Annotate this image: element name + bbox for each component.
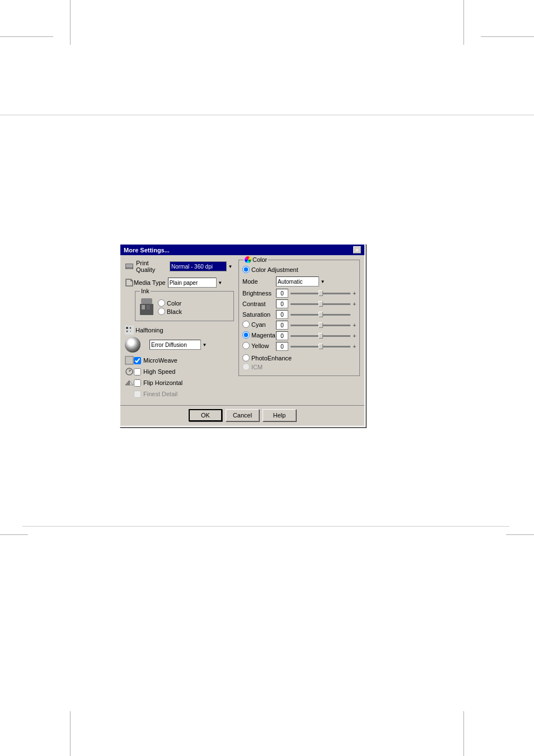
saturation-label: Saturation [242, 311, 276, 318]
yellow-radio[interactable] [242, 342, 250, 349]
svg-rect-1 [126, 264, 133, 267]
close-button[interactable]: × [353, 246, 361, 253]
halftoning-select[interactable]: Error Diffusion Fine Dithering Coarse Di… [149, 340, 208, 350]
contrast-row: Contrast 0 + [242, 299, 356, 308]
svg-point-11 [127, 331, 128, 332]
microweave-row: MicroWeave [125, 356, 234, 365]
flip-horizontal-icon [125, 378, 134, 387]
crop-mark-top-left-vertical [70, 0, 71, 45]
contrast-track [291, 303, 350, 305]
magenta-row: Magenta 0 + [242, 331, 356, 340]
print-quality-select[interactable]: Normal - 360 dpi Draft - 180 dpi Fine - … [170, 261, 234, 271]
color-adjustment-radio[interactable] [242, 266, 250, 273]
crop-mark-bottom-left-vertical [70, 711, 71, 756]
contrast-label: Contrast [242, 300, 276, 307]
crop-mark-top-left-horizontal [0, 36, 53, 37]
svg-rect-6 [142, 305, 145, 309]
brightness-thumb[interactable] [318, 290, 323, 296]
yellow-label: Yellow [251, 342, 269, 349]
brightness-row: Brightness 0 + [242, 289, 356, 298]
saturation-row: Saturation 0 + [242, 310, 356, 319]
yellow-plus: + [353, 344, 356, 350]
ink-color-label: Color [167, 300, 181, 307]
media-type-row: Media Type Plain paper Matte Paper Photo… [125, 278, 234, 288]
ok-button[interactable]: OK [189, 409, 222, 421]
yellow-value: 0 [276, 342, 288, 351]
separator-top [0, 115, 534, 115]
svg-rect-8 [125, 326, 134, 335]
halftoning-icon [125, 326, 134, 335]
saturation-value: 0 [276, 310, 288, 319]
cyan-value: 0 [276, 321, 288, 330]
crop-mark-mid-left [0, 534, 28, 535]
microweave-label: MicroWeave [143, 357, 177, 364]
crop-mark-mid-right [506, 534, 534, 535]
cyan-row: Cyan 0 + [242, 321, 356, 330]
print-quality-icon [125, 262, 134, 271]
flip-horizontal-checkbox[interactable] [134, 379, 141, 387]
cyan-radio[interactable] [242, 321, 250, 328]
high-speed-icon [125, 367, 134, 376]
mode-select[interactable]: Automatic Custom [276, 276, 326, 287]
ink-color-radio[interactable] [158, 299, 165, 307]
contrast-plus: + [353, 301, 356, 307]
media-type-select[interactable]: Plain paper Matte Paper Photo Paper [168, 278, 224, 288]
mode-select-wrapper: Automatic Custom ▼ [276, 276, 326, 287]
help-button[interactable]: Help [263, 409, 296, 421]
color-adjustment-label: Color Adjustment [251, 266, 298, 273]
color-group: Color Color Adjustment Mode Automatic Cu… [238, 260, 360, 376]
finest-detail-checkbox[interactable] [134, 391, 141, 398]
halftoning-controls: Error Diffusion Fine Dithering Coarse Di… [125, 337, 234, 353]
mode-label: Mode [242, 278, 276, 285]
print-quality-select-wrapper: Normal - 360 dpi Draft - 180 dpi Fine - … [170, 261, 234, 271]
left-panel: Print Quality Normal - 360 dpi Draft - 1… [125, 260, 234, 401]
photo-enhance-row: PhotoEnhance [242, 354, 356, 361]
halftoning-label: Halftoning [135, 327, 163, 334]
print-quality-row: Print Quality Normal - 360 dpi Draft - 1… [125, 260, 234, 273]
svg-marker-22 [129, 381, 133, 385]
separator-mid [22, 526, 509, 527]
color-group-legend: Color [243, 256, 268, 263]
yellow-radio-wrapper: Yellow [242, 342, 276, 349]
microweave-checkbox[interactable] [134, 357, 141, 364]
saturation-track [291, 314, 350, 316]
contrast-thumb[interactable] [318, 301, 323, 307]
photo-enhance-radio[interactable] [242, 354, 250, 361]
ink-section: Color Black [139, 294, 230, 317]
magenta-radio-wrapper: Magenta [242, 331, 276, 339]
svg-point-9 [126, 327, 128, 329]
crop-mark-top-right-vertical [463, 0, 464, 45]
yellow-thumb[interactable] [318, 344, 323, 349]
ink-black-row: Black [158, 308, 182, 315]
ink-black-radio[interactable] [158, 308, 165, 315]
cyan-label: Cyan [251, 321, 266, 328]
saturation-thumb[interactable] [318, 312, 323, 317]
icm-label: ICM [251, 364, 263, 370]
icm-radio[interactable] [242, 363, 250, 370]
dialog-buttons: OK Cancel Help [120, 405, 364, 426]
ink-cartridge-icon [139, 298, 154, 317]
high-speed-checkbox[interactable] [134, 368, 141, 375]
titlebar-buttons: × [353, 246, 361, 253]
svg-rect-7 [147, 305, 150, 309]
flip-horizontal-row: Flip Horizontal [125, 378, 234, 387]
svg-point-10 [130, 327, 132, 329]
halftoning-section: Halftoning Error Diffusion Fine Ditherin… [125, 326, 234, 353]
cyan-track [291, 325, 350, 326]
dialog-body: Print Quality Normal - 360 dpi Draft - 1… [120, 255, 364, 405]
cyan-thumb[interactable] [318, 322, 323, 328]
svg-marker-21 [125, 381, 129, 385]
svg-point-12 [130, 331, 131, 332]
magenta-radio[interactable] [242, 331, 250, 339]
brightness-track [291, 293, 350, 294]
color-adjustment-radio-row: Color Adjustment [242, 266, 356, 273]
cancel-button[interactable]: Cancel [226, 409, 259, 421]
brightness-value: 0 [276, 289, 288, 298]
dialog-title: More Settings... [124, 247, 170, 253]
halftoning-preview [125, 337, 140, 353]
finest-detail-row: Finest Detail [125, 389, 234, 398]
icm-row: ICM [242, 363, 356, 370]
magenta-plus: + [353, 333, 356, 339]
mode-row: Mode Automatic Custom ▼ [242, 276, 356, 287]
magenta-thumb[interactable] [318, 333, 323, 339]
